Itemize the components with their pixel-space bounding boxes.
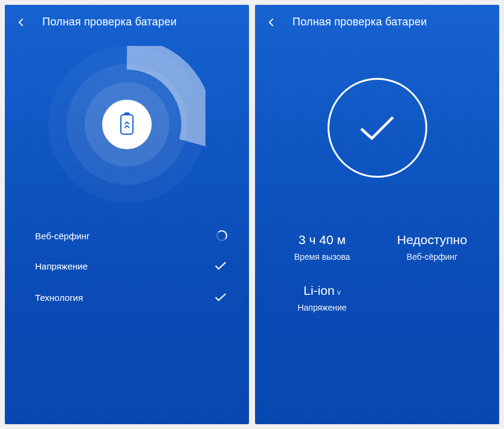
stat-value-text: 3 ч 40 м [299,233,346,247]
done-graphic [255,37,499,218]
stat-call-time: 3 ч 40 м Время вызова [267,233,377,262]
check-row-technology: Технология [35,291,227,304]
stat-value: Li-ion v [267,283,377,298]
check-icon [214,259,227,273]
stat-caption: Веб-сёрфинг [377,252,487,262]
check-icon [214,291,227,304]
stat-value-text: Недоступно [397,233,467,247]
arrow-left-icon [266,16,278,28]
check-row-web: Веб-сёрфинг [35,230,227,241]
header: Полная проверка батареи [5,5,249,37]
scan-graphic [5,37,249,212]
back-button[interactable] [16,16,28,28]
stat-caption: Время вызова [267,252,377,262]
check-label: Технология [35,292,83,303]
header: Полная проверка батареи [255,5,499,37]
stat-web: Недоступно Веб-сёрфинг [377,233,487,262]
arrow-left-icon [16,16,28,28]
check-label: Веб-сёрфинг [35,231,89,241]
stat-value-text: Li-ion [303,283,334,298]
spinner-icon [216,230,227,241]
screen-battery-done: Полная проверка батареи 3 ч 40 м Время в… [255,5,499,424]
center-disc [102,100,152,149]
stat-value-suffix: v [337,288,341,297]
check-list: Веб-сёрфинг Напряжение Технология [5,212,249,304]
page-title: Полная проверка батареи [292,16,427,28]
check-label: Напряжение [35,261,88,271]
stats-grid: 3 ч 40 м Время вызова Недоступно Веб-сёр… [255,218,499,312]
checkmark-icon [356,111,398,144]
stat-value: Недоступно [377,233,487,247]
stat-voltage: Li-ion v Напряжение [267,283,377,312]
battery-icon [120,114,134,135]
screen-battery-checking: Полная проверка батареи Веб-сёрфинг Напр… [5,5,249,424]
back-button[interactable] [266,16,278,28]
stat-caption: Напряжение [267,303,377,312]
page-title: Полная проверка батареи [42,16,176,28]
stat-value: 3 ч 40 м [267,233,377,247]
check-row-voltage: Напряжение [35,259,227,273]
done-circle [328,78,427,178]
